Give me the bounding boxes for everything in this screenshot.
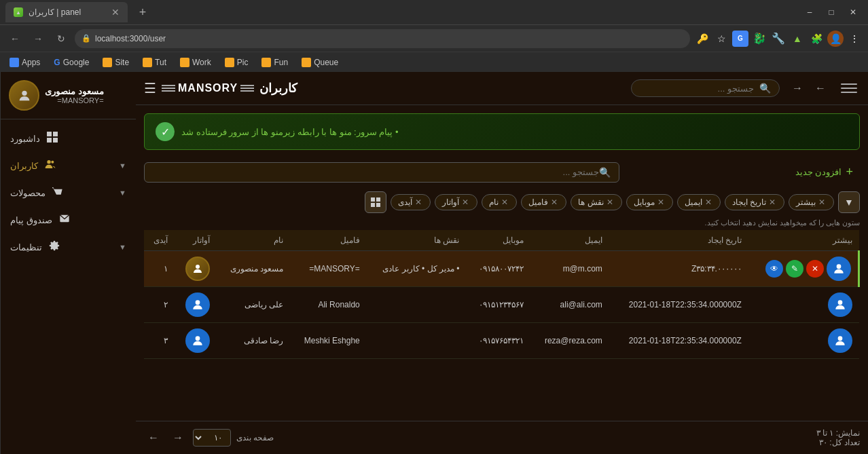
nav-forward-arrow[interactable]: → bbox=[788, 79, 807, 98]
minimize-button[interactable]: – bbox=[800, 3, 819, 22]
browser-toolbar: ← → ↻ 🔒 localhost:3000/user 🔑 ☆ G 🐉 🔧 ▲ … bbox=[0, 24, 868, 52]
bookmark-apps[interactable]: Apps bbox=[5, 56, 44, 69]
sidebar-nav: داشبورد ▼ کاربران ▼ bbox=[1, 119, 136, 454]
content-search-input[interactable] bbox=[153, 167, 599, 177]
col-tag-family[interactable]: ✕ فامیل bbox=[521, 194, 566, 210]
nav-back-arrow[interactable]: ← bbox=[811, 79, 830, 98]
sidebar-item-dashboard-label: داشبورد bbox=[10, 134, 40, 144]
refresh-button[interactable]: ↻ bbox=[52, 29, 71, 48]
pagination-info-line1: نمایش: ۱ تا ۳ bbox=[816, 428, 860, 438]
next-page-button[interactable]: ← bbox=[144, 428, 163, 447]
sidebar-item-users-label: کاربران bbox=[10, 161, 38, 171]
table-row: ✕ ✎ 👁 Z۳۵:۳۴.۰۰۰۰۰۰m@m.com۰۹۱۵۸۰۰۷۲۴۲• م… bbox=[144, 251, 859, 287]
prev-page-button[interactable]: → bbox=[168, 428, 187, 447]
hamburger-icon[interactable]: ☰ bbox=[144, 80, 156, 96]
ext-3[interactable]: 🔧 bbox=[770, 31, 786, 47]
add-new-button[interactable]: + افزودن جدید bbox=[789, 161, 860, 183]
user-profile-icon[interactable]: 👤 bbox=[827, 31, 844, 47]
success-checkmark-icon: ✓ bbox=[156, 122, 175, 141]
close-button[interactable]: ✕ bbox=[844, 3, 863, 22]
back-button[interactable]: ← bbox=[5, 29, 24, 48]
cell-mobile: ۰۹۱۵۷۶۵۴۳۲۱ bbox=[466, 323, 530, 359]
cell-roles bbox=[367, 323, 467, 359]
columns-dropdown-button[interactable]: ▼ bbox=[838, 191, 860, 213]
mansory-line-r1 bbox=[162, 85, 175, 86]
users-table: بیشتر تاریخ ایجاد ایمیل موبایل نقش ها فا… bbox=[144, 230, 860, 359]
bookmark-google[interactable]: G Google bbox=[50, 56, 93, 69]
bookmark-tut[interactable]: Tut bbox=[139, 56, 170, 69]
avatar bbox=[9, 80, 39, 111]
user-type-icon bbox=[828, 292, 852, 317]
ext-1[interactable]: G bbox=[732, 31, 748, 47]
cell-name: رضا صادقی bbox=[217, 323, 290, 359]
ext-2[interactable]: 🐉 bbox=[751, 31, 767, 47]
svg-rect-3 bbox=[376, 203, 380, 207]
col-tag-id-remove[interactable]: ✕ bbox=[415, 197, 422, 207]
app-container: ← → 🔍 کاربران MANSORY bbox=[0, 72, 868, 454]
sidebar-item-products[interactable]: ▼ محصولات bbox=[1, 179, 136, 206]
bookmark-work[interactable]: Work bbox=[176, 56, 215, 69]
sidebar-item-products-label: محصولات bbox=[10, 188, 46, 198]
key-icon[interactable]: 🔑 bbox=[694, 31, 710, 47]
page-size-select[interactable]: ۱۰ ۲۵ ۵۰ ۱۰۰ bbox=[193, 429, 231, 447]
col-tag-roles-label: نقش ها bbox=[578, 197, 603, 207]
svg-point-6 bbox=[837, 300, 842, 305]
forward-button[interactable]: → bbox=[29, 29, 48, 48]
lock-icon: 🔒 bbox=[82, 34, 91, 43]
col-tag-mobile[interactable]: ✕ موبایل bbox=[626, 194, 673, 210]
col-tag-avatar-remove[interactable]: ✕ bbox=[462, 197, 469, 207]
col-tag-name-remove[interactable]: ✕ bbox=[501, 197, 508, 207]
cell-id: ۲ bbox=[144, 287, 175, 323]
col-tag-roles-remove[interactable]: ✕ bbox=[607, 197, 613, 207]
dashboard-icon bbox=[46, 132, 59, 145]
sidebar-item-dashboard[interactable]: داشبورد bbox=[1, 125, 136, 152]
grid-view-button[interactable] bbox=[365, 191, 386, 213]
col-tag-email[interactable]: ✕ ایمیل bbox=[677, 194, 721, 210]
sidebar-item-messages[interactable]: صندوق پیام bbox=[1, 206, 136, 233]
maximize-button[interactable]: □ bbox=[822, 3, 841, 22]
col-tag-id[interactable]: ✕ آیدی bbox=[391, 194, 431, 210]
th-created: تاریخ ایجاد bbox=[609, 230, 748, 251]
sidebar-toggle-button[interactable] bbox=[838, 77, 860, 99]
col-tag-avatar[interactable]: ✕ آواتار bbox=[435, 194, 477, 210]
bookmark-site[interactable]: Site bbox=[98, 56, 133, 69]
pagination-info: نمایش: ۱ تا ۳ تعداد کل: ۳۰ bbox=[816, 428, 860, 447]
bookmark-apps-label: Apps bbox=[22, 58, 40, 67]
address-bar[interactable]: 🔒 localhost:3000/user bbox=[75, 29, 690, 48]
browser-tab[interactable]: ▲ کاربران | panel ✕ bbox=[5, 2, 128, 22]
col-tag-bishtar[interactable]: ✕ بیشتر bbox=[789, 194, 834, 210]
add-button-label: افزودن جدید bbox=[795, 167, 842, 177]
sidebar-item-users[interactable]: ▼ کاربران bbox=[1, 152, 136, 179]
col-tag-email-remove[interactable]: ✕ bbox=[705, 197, 712, 207]
ext-5[interactable]: 🧩 bbox=[808, 31, 825, 47]
view-button[interactable]: 👁 bbox=[765, 260, 783, 278]
ext-4[interactable]: ▲ bbox=[789, 31, 806, 47]
col-tag-mobile-remove[interactable]: ✕ bbox=[657, 197, 664, 207]
tab-close-button[interactable]: ✕ bbox=[111, 7, 120, 18]
col-tag-name[interactable]: ✕ نام bbox=[482, 194, 517, 210]
col-tag-family-remove[interactable]: ✕ bbox=[551, 197, 558, 207]
sidebar-header: مسعود منصوری =MANSORY= bbox=[1, 72, 136, 119]
pagination-bar: نمایش: ۱ تا ۳ تعداد کل: ۳۰ صفحه بندی ۱۰ … bbox=[136, 421, 868, 454]
search-icon: 🔍 bbox=[759, 83, 771, 94]
bookmark-fun[interactable]: Fun bbox=[257, 56, 292, 69]
svg-rect-14 bbox=[53, 138, 58, 143]
sidebar-item-settings[interactable]: ▼ تنظیمات bbox=[1, 233, 136, 261]
col-tag-tarikh[interactable]: ✕ تاریخ ایجاد bbox=[725, 194, 784, 210]
svg-rect-11 bbox=[47, 132, 52, 136]
menu-icon[interactable]: ⋮ bbox=[846, 31, 863, 47]
new-tab-button[interactable]: + bbox=[133, 3, 152, 22]
col-tag-tarikh-remove[interactable]: ✕ bbox=[769, 197, 776, 207]
edit-button[interactable]: ✎ bbox=[786, 260, 803, 278]
search-input[interactable] bbox=[640, 83, 754, 94]
bookmark-pic[interactable]: Pic bbox=[221, 56, 253, 69]
col-tag-roles[interactable]: ✕ نقش ها bbox=[571, 194, 621, 210]
cell-name: علی ریاضی bbox=[217, 287, 290, 323]
bookmark-tut-label: Tut bbox=[155, 58, 166, 67]
bookmark-queue-label: Queue bbox=[314, 58, 338, 67]
products-icon bbox=[51, 186, 65, 200]
col-tag-bishtar-remove[interactable]: ✕ bbox=[818, 197, 825, 207]
delete-button[interactable]: ✕ bbox=[806, 260, 824, 278]
star-icon[interactable]: ☆ bbox=[713, 31, 729, 47]
bookmark-queue[interactable]: Queue bbox=[297, 56, 342, 69]
